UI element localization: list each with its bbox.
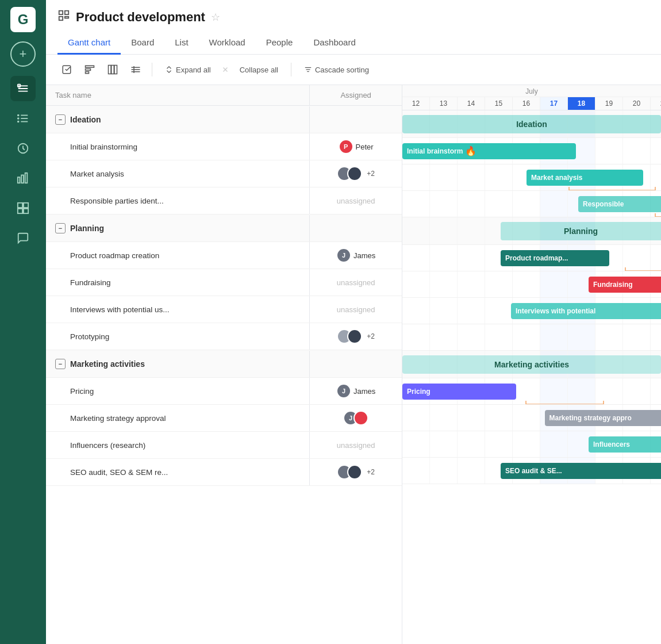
collapse-marketing-btn[interactable]: − (55, 359, 66, 369)
task-pricing-assigned: J James (310, 378, 402, 404)
tab-people[interactable]: People (256, 32, 303, 55)
svg-rect-25 (114, 66, 117, 74)
day-19: 19 (595, 97, 623, 110)
columns-btn[interactable] (103, 60, 122, 79)
chart-fundraising: Fundraising (402, 271, 661, 298)
svg-rect-19 (63, 66, 71, 74)
group-planning-cell: − Planning (46, 215, 310, 241)
bar-brainstorming: Initial brainstorm 🔥 (402, 143, 576, 159)
days-row: 12 13 14 15 16 17 18 19 20 21 (402, 97, 661, 110)
tab-workload[interactable]: Workload (199, 32, 256, 55)
tab-board[interactable]: Board (121, 32, 164, 55)
task-product-roadmap-assigned: J James (310, 242, 402, 269)
day-18: 18 (568, 97, 595, 110)
project-icon (57, 9, 70, 25)
group-planning-label: Planning (70, 224, 104, 233)
bar-responsible-bar: Responsible (578, 196, 661, 212)
bar-marketing-approval: Marketing strategy appro (402, 410, 661, 426)
sidebar-item-messages[interactable] (10, 225, 36, 251)
sidebar-item-reports[interactable] (10, 166, 36, 191)
svg-rect-16 (65, 11, 68, 14)
task-marketing-approval: Marketing strategy approval (46, 405, 310, 431)
unassigned-responsible: unassigned (337, 197, 375, 205)
tab-list[interactable]: List (164, 32, 198, 55)
chart-pricing: Pricing (402, 378, 661, 405)
day-13: 13 (430, 97, 458, 110)
tab-gantt[interactable]: Gantt chart (57, 32, 121, 55)
task-fundraising-assigned: unassigned (310, 269, 402, 296)
cascade-sorting-btn[interactable]: Cascade sorting (298, 63, 375, 77)
group-ideation-label: Ideation (70, 115, 101, 124)
day-12: 12 (402, 97, 430, 110)
task-seo-assigned: +2 (310, 459, 402, 485)
avatar-seo-2 (347, 465, 362, 480)
avatar-approval-2 (353, 411, 368, 425)
task-name-marketing-approval: Marketing strategy approval (70, 414, 166, 423)
add-button[interactable]: + (10, 41, 36, 67)
assigned-header: Assigned (310, 85, 402, 105)
chart-view-btn[interactable] (126, 60, 145, 79)
task-name-market-analysis: Market analysis (70, 170, 124, 178)
collapse-planning-btn[interactable]: − (55, 223, 66, 233)
app-logo: G (10, 7, 36, 32)
sidebar-item-projects[interactable] (10, 76, 36, 101)
chart-marketing-approval: Marketing strategy appro (402, 405, 661, 431)
task-row-initial-brainstorming: Initial brainstorming P Peter (46, 133, 402, 160)
avatar-count-market: +2 (367, 170, 375, 178)
task-row-responsible: Responsible parties ident... unassigned (46, 187, 402, 214)
collapse-ideation-btn[interactable]: − (55, 114, 66, 125)
task-market-analysis-assigned: +2 (310, 160, 402, 187)
checkbox-icon-btn[interactable] (57, 60, 76, 79)
sidebar-item-list[interactable] (10, 106, 36, 131)
group-ideation-cell: − Ideation (46, 106, 310, 133)
svg-rect-18 (65, 17, 68, 18)
chart-ideation-group: Ideation (402, 110, 661, 138)
unassigned-influencers: unassigned (337, 441, 375, 450)
avatar-peter: P (339, 139, 353, 154)
bar-interviews-bar: Interviews with potential (511, 303, 661, 319)
task-row-market-analysis: Market analysis +2 (46, 160, 402, 187)
james-roadmap-name: James (353, 251, 375, 260)
expand-all-btn[interactable]: Expand all (159, 63, 217, 77)
chart-product-roadmap: Product roadmap... (402, 245, 661, 271)
bar-marketing-group: Marketing activities (402, 355, 661, 374)
avatar-stack-seo (337, 465, 362, 480)
group-ideation-assigned (310, 106, 402, 133)
bar-approval-bar: Marketing strategy appro (545, 410, 662, 426)
tab-dashboard[interactable]: Dashboard (303, 32, 366, 55)
fire-icon: 🔥 (465, 145, 476, 156)
expand-panel-btn[interactable] (80, 60, 99, 79)
chart-seo: SEO audit & SE... (402, 458, 661, 484)
james-pricing-name: James (353, 387, 375, 396)
group-marketing-assigned (310, 351, 402, 377)
task-name-initial-brainstorming: Initial brainstorming (70, 143, 137, 151)
collapse-all-btn[interactable]: Collapse all (234, 63, 284, 77)
chart-initial-brainstorming: Initial brainstorm 🔥 (402, 138, 661, 164)
task-name-seo: SEO audit, SEO & SEM re... (70, 468, 168, 477)
day-bg (402, 324, 661, 350)
bar-seo-bar: SEO audit & SE... (501, 463, 661, 479)
bar-interviews: Interviews with potential (402, 303, 661, 319)
svg-rect-10 (25, 173, 28, 183)
task-initial-brainstorming: Initial brainstorming (46, 133, 310, 160)
bar-planning-group: Planning (402, 222, 661, 240)
cascade-sorting-label: Cascade sorting (315, 66, 369, 74)
chart-header: July 12 13 14 15 16 17 18 19 20 21 (402, 85, 661, 110)
bar-fundraising: Fundraising (402, 277, 661, 293)
task-row-prototyping: Prototyping +2 (46, 323, 402, 350)
task-name-fundraising: Fundraising (70, 278, 111, 287)
separator-1 (152, 63, 152, 76)
svg-point-5 (18, 118, 19, 119)
task-name-pricing: Pricing (70, 387, 94, 396)
month-row: July (402, 85, 661, 97)
sidebar-item-dashboard[interactable] (10, 195, 36, 221)
task-responsible-assigned: unassigned (310, 187, 402, 214)
svg-rect-21 (86, 69, 91, 71)
favorite-star[interactable]: ☆ (211, 11, 220, 24)
chart-responsible: Responsible (402, 191, 661, 217)
chart-marketing-group: Marketing activities (402, 351, 661, 378)
group-marketing-label: Marketing activities (70, 359, 145, 369)
group-row-marketing: − Marketing activities (46, 350, 402, 378)
group-row-planning: − Planning (46, 214, 402, 242)
sidebar-item-time[interactable] (10, 136, 36, 161)
